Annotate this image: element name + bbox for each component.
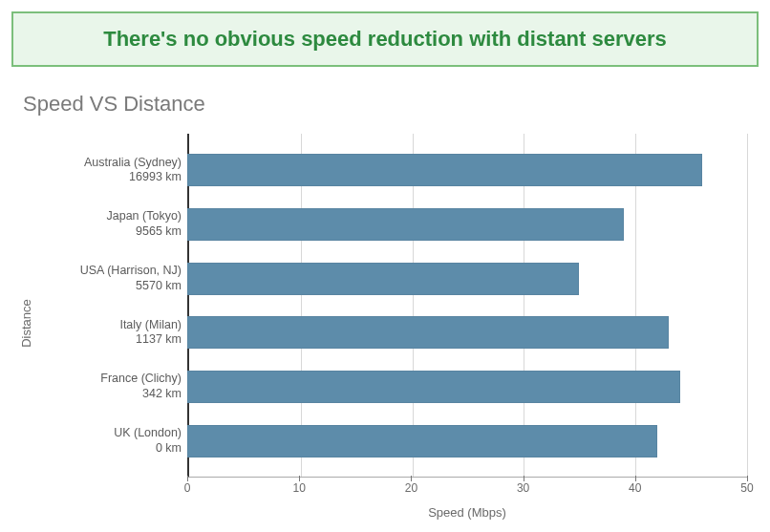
gridline bbox=[747, 134, 748, 477]
location-name: Italy (Milan) bbox=[119, 318, 182, 333]
headline-text: There's no obvious speed reduction with … bbox=[103, 27, 667, 51]
distance-value: 342 km bbox=[142, 387, 182, 402]
tick-mark bbox=[187, 476, 188, 481]
bar-row bbox=[187, 420, 747, 462]
bar-row bbox=[187, 311, 747, 353]
tick-mark bbox=[299, 476, 300, 481]
x-tick-label: 10 bbox=[293, 481, 306, 495]
bar bbox=[187, 316, 669, 349]
category-label: UK (London)0 km bbox=[36, 420, 182, 462]
location-name: Japan (Tokyo) bbox=[106, 209, 182, 224]
distance-value: 16993 km bbox=[129, 170, 182, 185]
bar bbox=[187, 263, 579, 295]
category-label: Japan (Tokyo)9565 km bbox=[36, 203, 182, 245]
x-axis-ticks: 01020304050 bbox=[187, 481, 747, 497]
distance-value: 0 km bbox=[156, 441, 182, 457]
tick-mark bbox=[635, 476, 636, 481]
bar-row bbox=[187, 258, 747, 300]
chart-title: Speed VS Distance bbox=[23, 92, 747, 117]
category-label: USA (Harrison, NJ)5570 km bbox=[36, 258, 182, 300]
x-tick-label: 0 bbox=[184, 481, 191, 495]
distance-value: 1137 km bbox=[136, 332, 182, 348]
plot-area: Distance Australia (Sydney)16993 kmJapan… bbox=[15, 122, 747, 523]
bars-group bbox=[187, 134, 747, 478]
bar-row bbox=[187, 366, 747, 408]
bars-column: 01020304050 Speed (Mbps) bbox=[187, 122, 747, 523]
y-axis-label-col: Distance bbox=[15, 122, 36, 523]
x-tick-label: 30 bbox=[517, 481, 529, 495]
location-name: UK (London) bbox=[114, 426, 182, 441]
distance-value: 9565 km bbox=[136, 224, 182, 240]
tick-mark bbox=[411, 476, 412, 481]
category-label: Australia (Sydney)16993 km bbox=[36, 149, 182, 191]
x-axis-label: Speed (Mbps) bbox=[187, 505, 747, 520]
tick-mark bbox=[524, 476, 524, 481]
bar bbox=[187, 371, 680, 403]
bar bbox=[187, 208, 624, 241]
x-tick-label: 50 bbox=[740, 481, 753, 495]
location-name: France (Clichy) bbox=[100, 372, 182, 387]
chart-container: Speed VS Distance Distance Australia (Sy… bbox=[11, 78, 759, 523]
tick-mark bbox=[747, 476, 748, 481]
distance-value: 5570 km bbox=[136, 279, 182, 294]
x-tick-label: 40 bbox=[629, 481, 641, 495]
bar bbox=[187, 154, 702, 186]
headline-banner: There's no obvious speed reduction with … bbox=[11, 11, 759, 67]
bar-row bbox=[187, 149, 747, 191]
category-label: France (Clichy)342 km bbox=[36, 366, 182, 408]
location-name: USA (Harrison, NJ) bbox=[80, 264, 182, 279]
bar-row bbox=[187, 203, 747, 245]
category-labels-col: Australia (Sydney)16993 kmJapan (Tokyo)9… bbox=[36, 122, 187, 523]
location-name: Australia (Sydney) bbox=[84, 156, 182, 171]
category-label: Italy (Milan)1137 km bbox=[36, 311, 182, 353]
y-axis-label: Distance bbox=[19, 299, 33, 348]
x-tick-label: 20 bbox=[405, 481, 417, 495]
bar bbox=[187, 425, 657, 458]
